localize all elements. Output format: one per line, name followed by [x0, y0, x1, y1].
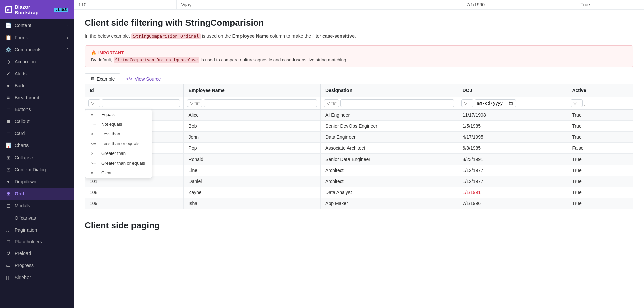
filter-option-equals[interactable]: = Equals	[85, 110, 152, 119]
row-active: False	[567, 142, 633, 153]
filter-doj-wrap: ▽ =	[461, 99, 564, 107]
not-equals-symbol: !=	[91, 122, 97, 127]
sidebar-item-accordion[interactable]: ◇ Accordion	[0, 56, 74, 68]
gte-symbol: >=	[91, 161, 97, 166]
sidebar-item-pagination[interactable]: … Pagination	[0, 224, 74, 236]
sidebar-item-components[interactable]: ⚙️ Components ˅	[0, 44, 74, 56]
alerts-icon: ✓	[5, 71, 11, 77]
preload-icon: ↺	[5, 250, 11, 256]
sidebar-item-label: Dropdown	[15, 179, 36, 184]
table-row: Ronald Senior Data Engineer 8/23/1991 Tr…	[85, 153, 633, 165]
row-designation: Data Analyst	[321, 187, 458, 198]
collapse-icon: ⊞	[5, 155, 11, 161]
sidebar-header: B Blazor Bootstrap v1.10.5	[0, 0, 74, 19]
sidebar-item-dropdown[interactable]: ▾ Dropdown	[0, 176, 74, 188]
row-active: True	[567, 198, 633, 209]
row-doj: 7/1/1996	[458, 198, 567, 209]
filter-option-greater-than-equals[interactable]: >= Greater than or equals	[85, 158, 152, 168]
row-doj: 1/12/1977	[458, 165, 567, 176]
filter-name-input[interactable]	[204, 99, 317, 107]
sidebar-item-label: Badge	[15, 83, 28, 88]
sidebar-item-modals[interactable]: ◻ Modals	[0, 200, 74, 212]
tab-view-source[interactable]: </> View Source	[120, 73, 166, 84]
sidebar-item-progress[interactable]: ▭ Progress	[0, 259, 74, 271]
progress-icon: ▭	[5, 262, 11, 268]
row-id: 108	[85, 187, 183, 198]
filter-icon: ▽	[190, 101, 193, 106]
sidebar-item-label: Callout	[15, 119, 30, 124]
table-row: Line Architect 1/12/1977 True	[85, 165, 633, 176]
table-header-row: Id Employee Name Designation DOJ Active	[85, 84, 633, 97]
grid-icon: ⊞	[5, 191, 11, 197]
row-doj: 8/23/1991	[458, 153, 567, 165]
row-active: True	[567, 165, 633, 176]
filter-option-less-than-equals[interactable]: <= Less than or equals	[85, 139, 152, 148]
sidebar-item-label: Offcanvas	[15, 215, 36, 221]
sidebar-item-forms[interactable]: 📋 Forms ›	[0, 32, 74, 44]
filter-icon: ▽	[464, 101, 467, 106]
filter-desig-wrap: ▽ *a*	[324, 99, 454, 107]
filter-id-operator-btn[interactable]: ▽ =	[88, 99, 100, 107]
sidebar-item-alerts[interactable]: ✓ Alerts	[0, 68, 74, 80]
sidebar-item-label: Content	[15, 23, 31, 28]
alert-body: By default, StringComparison.OrdinalIgno…	[91, 57, 627, 62]
less-than-symbol: <	[91, 131, 97, 136]
tab-example[interactable]: 🖥 Example	[85, 73, 120, 84]
section-title: Client side filtering with StringCompari…	[85, 18, 633, 28]
filter-desig-operator-btn[interactable]: ▽ *a*	[324, 99, 339, 107]
important-alert: 🔥 IMPORTANT By default, StringComparison…	[85, 45, 633, 67]
sidebar-item-breadcrumb[interactable]: ≡ Breadcrumb	[0, 91, 74, 103]
charts-icon: 📊	[5, 142, 11, 148]
forms-icon: 📋	[5, 35, 11, 41]
alert-code: StringComparison.OrdinalIgnoreCase	[114, 57, 200, 63]
filter-option-clear[interactable]: x Clear	[85, 168, 152, 178]
sidebar-item-badge[interactable]: ● Badge	[0, 80, 74, 91]
sidebar-item-confirm-dialog[interactable]: ⊡ Confirm Dialog	[0, 164, 74, 176]
row-id: 109	[85, 198, 183, 209]
sidebar-item-buttons[interactable]: ◻ Buttons	[0, 103, 74, 115]
filter-name-wildcard: *a*	[194, 101, 200, 106]
row-designation: Data Engineer	[321, 131, 458, 142]
sidebar-item-placeholders[interactable]: □ Placeholders	[0, 236, 74, 247]
offcanvas-icon: ◻	[5, 215, 11, 221]
sidebar-item-preload[interactable]: ↺ Preload	[0, 247, 74, 259]
sidebar-item-callout[interactable]: ◼ Callout	[0, 115, 74, 127]
filter-name-wrap: ▽ *a*	[187, 99, 317, 107]
top-row-id: 110	[74, 0, 176, 10]
filter-id-operator: =	[95, 101, 98, 106]
filter-active-wrap: ▽ =	[571, 99, 630, 107]
sidebar-item-sidebar[interactable]: ◫ Sidebar	[0, 271, 74, 284]
row-designation: Associate Architect	[321, 142, 458, 153]
sidebar-item-charts[interactable]: 📊 Charts	[0, 139, 74, 151]
sidebar-item-offcanvas[interactable]: ◻ Offcanvas	[0, 212, 74, 224]
sidebar-item-label: Accordion	[15, 59, 36, 64]
app-title: Blazor Bootstrap	[15, 4, 51, 15]
filter-option-less-than[interactable]: < Less than	[85, 129, 152, 139]
filter-desig-input[interactable]	[340, 99, 454, 107]
filter-option-greater-than[interactable]: > Greater than	[85, 148, 152, 158]
row-name: Daniel	[183, 176, 321, 187]
table-row: Pop Associate Architect 6/8/1985 False	[85, 142, 633, 153]
content-area: Client side filtering with StringCompari…	[74, 10, 644, 243]
filter-active-checkbox[interactable]	[584, 101, 589, 106]
confirm-dialog-icon: ⊡	[5, 167, 11, 173]
row-designation: Senior Data Engineer	[321, 153, 458, 165]
filter-id-wrap: ▽ =	[88, 99, 180, 107]
filter-name-operator-btn[interactable]: ▽ *a*	[187, 99, 202, 107]
filter-active-operator-btn[interactable]: ▽ =	[571, 99, 583, 107]
not-equals-label: Not equals	[101, 122, 122, 127]
filter-option-not-equals[interactable]: != Not equals	[85, 119, 152, 129]
col-header-name: Employee Name	[183, 84, 321, 97]
filter-doj-date-input[interactable]	[475, 99, 516, 107]
sidebar-item-grid[interactable]: ⊞ Grid	[0, 188, 74, 200]
filter-doj-operator-btn[interactable]: ▽ =	[461, 99, 473, 107]
filter-id-input[interactable]	[102, 99, 180, 107]
sidebar-item-collapse[interactable]: ⊞ Collapse	[0, 151, 74, 164]
sidebar-item-card[interactable]: ◻ Card	[0, 127, 74, 139]
row-active: True	[567, 109, 633, 120]
col-header-doj: DOJ	[458, 84, 567, 97]
sidebar-icon: ◫	[5, 274, 11, 281]
top-row-doj: 7/1/1990	[462, 0, 576, 10]
sidebar-item-content[interactable]: 📄 Content ›	[0, 19, 74, 32]
sidebar-item-label: Modals	[15, 203, 30, 208]
